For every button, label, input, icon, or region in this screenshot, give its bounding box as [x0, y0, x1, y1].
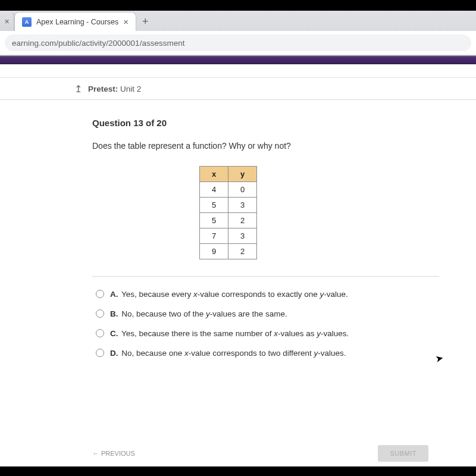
option-a[interactable]: A. Yes, because every x-value correspond… [96, 289, 476, 299]
table-row: 52 [200, 213, 257, 228]
address-bar[interactable]: earning.com/public/activity/2000001/asse… [5, 35, 471, 51]
option-b[interactable]: B. No, because two of the y-values are t… [96, 308, 476, 318]
theme-strip [0, 56, 476, 64]
content-area: Question 13 of 20 Does the table represe… [0, 100, 476, 466]
table-row: 53 [200, 198, 257, 213]
submit-button[interactable]: SUBMIT [378, 445, 428, 462]
function-table: x y 40 53 52 73 92 [199, 166, 257, 259]
option-c[interactable]: C. Yes, because there is the same number… [96, 328, 476, 338]
tab-title: Apex Learning - Courses [36, 18, 118, 26]
active-tab[interactable]: A Apex Learning - Courses × [14, 12, 136, 31]
url-text: earning.com/public/activity/2000001/asse… [12, 39, 184, 48]
radio-c[interactable] [96, 329, 104, 337]
previous-button[interactable]: ← PREVIOUS [92, 450, 135, 457]
question-header: Question 13 of 20 [92, 118, 476, 128]
tab-bar: × A Apex Learning - Courses × + [0, 11, 476, 31]
answer-options: A. Yes, because every x-value correspond… [96, 289, 476, 358]
radio-d[interactable] [96, 349, 104, 357]
prev-tab-close[interactable]: × [0, 12, 14, 31]
close-tab-icon[interactable]: × [123, 17, 129, 26]
pretest-label: Pretest: Unit 2 [88, 84, 141, 93]
blank-strip [0, 64, 476, 77]
table-row: 40 [200, 182, 257, 198]
radio-a[interactable] [96, 290, 104, 298]
divider [92, 276, 439, 277]
table-row: 92 [200, 244, 257, 259]
option-d[interactable]: D. No, because one x-value corresponds t… [96, 347, 476, 358]
apex-favicon-icon: A [22, 17, 32, 27]
footer-nav: ← PREVIOUS SUBMIT [92, 445, 428, 462]
back-arrow-icon[interactable]: ↥ [74, 83, 82, 95]
address-bar-wrap: earning.com/public/activity/2000001/asse… [0, 31, 476, 55]
pretest-toolbar: ↥ Pretest: Unit 2 [0, 77, 476, 100]
browser-chrome: × A Apex Learning - Courses × + earning.… [0, 11, 476, 56]
new-tab-button[interactable]: + [136, 12, 155, 31]
arrow-left-icon: ← [92, 450, 99, 457]
table-row: 73 [200, 228, 257, 244]
table-header-x: x [200, 167, 228, 182]
question-text: Does the table represent a function? Why… [92, 141, 476, 151]
table-header-y: y [228, 167, 257, 182]
radio-b[interactable] [96, 309, 104, 318]
